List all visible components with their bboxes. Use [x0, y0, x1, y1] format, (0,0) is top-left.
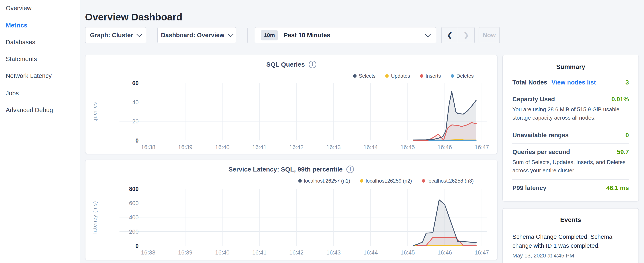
legend-label-inserts: Inserts — [426, 73, 441, 79]
chevron-right-icon: ❯ — [464, 31, 469, 39]
divider — [512, 179, 629, 180]
prev-time-button[interactable]: ❮ — [442, 28, 458, 43]
x-tick-label: 16:40 — [215, 144, 230, 150]
legend-dot-n1 — [298, 179, 302, 183]
x-tick-label: 16:47 — [474, 249, 489, 256]
sidebar-item-overview[interactable]: Overview — [6, 5, 32, 12]
summary-row-capacity: Capacity Used 0.01% — [512, 96, 629, 103]
summary-panel: Summary Total Nodes View nodes list 3 Ca… — [502, 55, 639, 201]
time-range-dropdown[interactable]: 10m Past 10 Minutes — [255, 27, 436, 43]
y-tick-label: 20 — [132, 118, 138, 125]
p99-latency-value: 46.1 ms — [606, 184, 629, 191]
legend-dot-deletes — [451, 74, 454, 78]
summary-row-total-nodes: Total Nodes View nodes list 3 — [512, 79, 629, 86]
sidebar-item-metrics[interactable]: Metrics — [6, 22, 28, 29]
x-tick-label: 16:38 — [141, 249, 156, 256]
info-icon[interactable]: i — [309, 61, 316, 68]
sql-queries-chart-title: SQL Queries — [266, 61, 305, 68]
legend-item-updates: Updates — [385, 73, 410, 79]
x-tick-label: 16:39 — [178, 249, 193, 256]
dashboard-dropdown-label: Dashboard: Overview — [161, 32, 224, 39]
sql-queries-chart[interactable]: 020406016:3816:3916:4016:4116:4216:4316:… — [86, 55, 498, 154]
next-time-button[interactable]: ❯ — [458, 28, 474, 43]
x-tick-label: 16:39 — [178, 144, 193, 150]
y-tick-label: 60 — [132, 80, 138, 86]
sidebar-item-statements[interactable]: Statements — [6, 56, 37, 63]
y-tick-label: 200 — [129, 228, 138, 235]
legend-dot-n3 — [422, 179, 425, 183]
x-tick-label: 16:43 — [326, 144, 341, 150]
x-tick-label: 16:42 — [289, 249, 304, 256]
summary-header: Summary — [512, 63, 629, 70]
sidebar-item-databases[interactable]: Databases — [6, 39, 35, 46]
y-tick-label: 0 — [136, 243, 138, 249]
divider — [512, 143, 629, 144]
chevron-down-icon — [136, 32, 142, 37]
total-nodes-value: 3 — [626, 79, 629, 86]
x-tick-label: 16:42 — [289, 144, 304, 150]
view-nodes-list-link[interactable]: View nodes list — [552, 79, 596, 86]
event-timestamp: May 13, 2020 at 4:45 PM — [512, 252, 629, 259]
legend-item-selects: Selects — [353, 73, 376, 79]
sidebar: Overview Metrics Databases Statements Ne… — [0, 0, 80, 263]
controls-divider — [247, 28, 248, 43]
overview-dashboard-page: { "colors": { "accent_blue": "#2b7cf2", … — [0, 0, 644, 263]
series-area — [413, 200, 476, 246]
y-axis-title: queries — [92, 102, 98, 122]
y-tick-label: 0 — [136, 137, 138, 144]
x-tick-label: 16:46 — [438, 144, 452, 150]
event-item: Schema Change Completed: Schema change w… — [512, 232, 629, 259]
capacity-used-label: Capacity Used — [512, 96, 555, 103]
qps-value: 59.7 — [617, 149, 629, 156]
events-panel: Events Schema Change Completed: Schema c… — [502, 208, 639, 263]
x-tick-label: 16:41 — [252, 249, 266, 256]
y-tick-label: 800 — [129, 186, 138, 192]
unavailable-ranges-label: Unavailable ranges — [512, 132, 568, 139]
service-latency-chart[interactable]: 020040060080016:3816:3916:4016:4116:4216… — [86, 160, 498, 261]
legend-label-updates: Updates — [391, 73, 410, 79]
legend-label-n3: localhost:26258 (n3) — [428, 178, 474, 184]
legend-dot-selects — [353, 74, 356, 78]
qps-label: Queries per second — [512, 149, 570, 156]
summary-row-unavailable-ranges: Unavailable ranges 0 — [512, 132, 629, 139]
x-tick-label: 16:43 — [326, 249, 341, 256]
info-icon-glyph: i — [312, 62, 313, 68]
y-tick-label: 40 — [132, 99, 138, 106]
summary-row-qps: Queries per second 59.7 — [512, 149, 629, 156]
x-tick-label: 16:40 — [215, 249, 230, 256]
x-tick-label: 16:45 — [400, 249, 415, 256]
x-tick-label: 16:46 — [438, 249, 452, 256]
unavailable-ranges-value: 0 — [626, 132, 629, 139]
sql-queries-card: SQL Queries i Selects Updates Inserts De… — [85, 55, 498, 154]
event-message: Schema Change Completed: Schema change w… — [512, 232, 629, 250]
x-tick-label: 16:41 — [252, 144, 266, 150]
capacity-used-value: 0.01% — [612, 96, 629, 103]
x-tick-label: 16:38 — [141, 144, 156, 150]
y-tick-label: 400 — [129, 214, 138, 221]
total-nodes-label: Total Nodes — [512, 79, 547, 86]
sidebar-item-jobs[interactable]: Jobs — [6, 90, 19, 97]
sidebar-item-advanced-debug[interactable]: Advanced Debug — [6, 107, 53, 114]
info-icon-glyph: i — [350, 167, 351, 172]
legend-item-deletes: Deletes — [451, 73, 474, 79]
service-latency-chart-title: Service Latency: SQL, 99th percentile — [228, 166, 343, 173]
events-header: Events — [512, 216, 629, 223]
page-title: Overview Dashboard — [85, 11, 182, 23]
x-tick-label: 16:47 — [474, 144, 489, 150]
p99-latency-label: P99 latency — [512, 184, 546, 191]
info-icon[interactable]: i — [346, 166, 354, 173]
x-tick-label: 16:44 — [363, 249, 378, 256]
capacity-used-description: You are using 28.6 MiB of 515.9 GiB usab… — [512, 105, 629, 122]
legend-label-selects: Selects — [359, 73, 376, 79]
chevron-left-icon: ❮ — [447, 31, 452, 39]
legend-item-inserts: Inserts — [420, 73, 441, 79]
y-tick-label: 600 — [129, 200, 138, 206]
legend-item-n1: localhost:26257 (n1) — [298, 178, 350, 184]
sidebar-item-network-latency[interactable]: Network Latency — [6, 72, 52, 80]
dashboard-dropdown[interactable]: Dashboard: Overview — [157, 27, 236, 43]
legend-dot-inserts — [420, 74, 423, 78]
time-step-buttons: ❮ ❯ — [441, 27, 475, 43]
graph-dropdown[interactable]: Graph: Cluster — [85, 27, 146, 43]
y-axis-title: latency (ms) — [92, 201, 98, 234]
now-button[interactable]: Now — [478, 27, 500, 43]
